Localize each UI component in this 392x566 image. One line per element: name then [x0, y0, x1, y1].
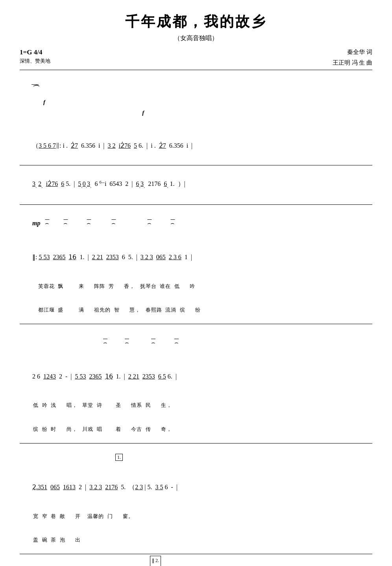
lyrics-line3a: 芙蓉花 飘 来 阵阵 芳 香， 抚琴台 谁在 低 吟 — [20, 275, 372, 298]
notes-line5-marks: 1. — [20, 445, 372, 471]
lyrics-line3b: 都江堰 盛 满 祖先的 智 慧， 春熙路 流淌 缤 纷 — [20, 299, 372, 322]
header-info: 1=G 4/4 深情、赞美地 秦全华 词 王正明 冯 生 曲 — [20, 47, 372, 68]
score-line-5: 1. 2̱.351 065 1613 2 | 3 2 3 2176 5. （2 … — [20, 443, 372, 551]
score-line-3: mp ⌢ ⌢ ⌢ ⌢ ⌢ ⌢ ‖: 5 53 2365 1̱6̱ 1. | 2 … — [20, 204, 372, 321]
lyrics-line5a: 宽 窄 巷 敞 开 温馨的 门 窗。 — [20, 505, 372, 528]
score-line-intro: ⌒ f f （3 5 6 7‖: i . 2̇7 6.356 i | 3 2 i… — [20, 70, 372, 163]
dynamic-f: ⌒ — [31, 88, 39, 95]
page-title: 千年成都，我的故乡 — [20, 12, 372, 32]
style-mark: 深情、赞美地 — [20, 58, 50, 65]
subtitle: （女高音独唱） — [20, 34, 372, 43]
notes-line6-marks: ‖ 2. — [20, 556, 372, 566]
tempo-info: 1=G 4/4 深情、赞美地 — [20, 47, 50, 68]
score-line-6: ‖ 2. 3 2 3 2176 1 - ）‖ | 3 2 3 2176 1. 5… — [20, 554, 372, 566]
score-line-4: ⌢ ⌢ ⌢ ⌢ 2 6 1243 2 - | 5 53 2365 1̱6̱ 1.… — [20, 324, 372, 441]
composer-info: 秦全华 词 王正明 冯 生 曲 — [333, 47, 372, 68]
notes-line3b: ‖: 5 53 2365 1̱6̱ 1. | 2 21 2353 6 5. | … — [20, 241, 372, 275]
notes-line4: ⌢ ⌢ ⌢ ⌢ — [20, 326, 372, 360]
notes-line3: mp ⌢ ⌢ ⌢ ⌢ ⌢ ⌢ — [20, 206, 372, 240]
notes-line5b: 2̱.351 065 1613 2 | 3 2 3 2176 5. （2 3 |… — [20, 471, 372, 505]
lyricist: 秦全华 词 — [333, 47, 372, 58]
tempo: 1=G 4/4 — [20, 47, 50, 58]
lyrics-line5b: 盖 碗 茶 泡 出 — [20, 529, 372, 552]
composer: 王正明 冯 生 曲 — [333, 58, 372, 68]
notes-line1: （3 5 6 7‖: i . 2̇7 6.356 i | 3 2 i2̇76 5… — [20, 129, 372, 163]
lyrics-line4b: 缤 纷 时 尚， 川戏 唱 着 今古 传 奇， — [20, 418, 372, 441]
notes-intro: ⌒ f f — [20, 72, 372, 129]
page-wrapper: 千年成都，我的故乡 （女高音独唱） 1=G 4/4 深情、赞美地 秦全华 词 王… — [12, 8, 380, 566]
notes-line2: 3. 2. i2̇76 6 5. | 5.0.3. 6 6⁻i 6543 2 |… — [20, 167, 372, 202]
score-line-2: 3. 2. i2̇76 6 5. | 5.0.3. 6 6⁻i 6543 2 |… — [20, 165, 372, 202]
score-sheet: ⌒ f f （3 5 6 7‖: i . 2̇7 6.356 i | 3 2 i… — [20, 70, 372, 566]
lyrics-line4a: 低 吟 浅 唱， 草堂 诗 圣 情系 民 生， — [20, 394, 372, 417]
notes-line4b: 2 6 1243 2 - | 5 53 2365 1̱6̱ 1. | 2 21 … — [20, 360, 372, 393]
